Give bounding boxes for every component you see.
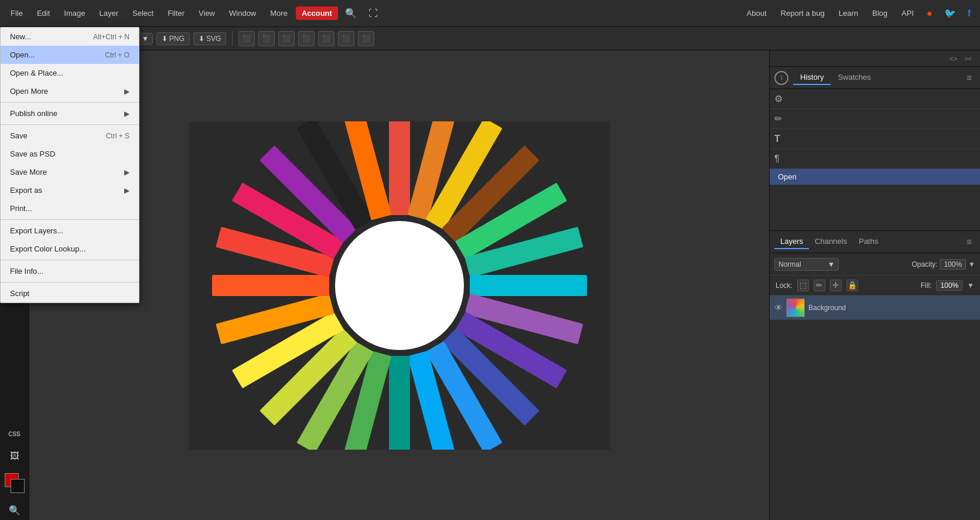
color-picker[interactable] [5,473,25,493]
text-T-icon[interactable]: T [774,134,780,144]
file-dropdown-menu: New... Alt+Ctrl + N Open... Ctrl + O Ope… [0,27,139,303]
align-left-btn[interactable]: ⬛ [238,31,255,46]
align-right-btn[interactable]: ⬛ [278,31,295,46]
divider-5 [1,282,139,283]
align-center-btn[interactable]: ⬛ [258,31,275,46]
panel-menu-icon[interactable]: ≡ [963,72,975,84]
file-open-more-arrow: ▶ [124,87,129,96]
svg-rect-1 [389,121,410,215]
export-svg-button[interactable]: ⬇ SVG [193,32,226,45]
fullscreen-icon[interactable]: ⛶ [364,6,383,21]
file-menu-print[interactable]: Print... [1,199,139,217]
menu-window[interactable]: Window [223,6,262,20]
history-header: i History Swatches ≡ [770,67,980,89]
file-save-more-arrow: ▶ [124,168,129,176]
lock-row: Lock: ⬚ ✏ ✛ 🔒 Fill: 100% ▼ [770,276,980,295]
menu-more[interactable]: More [264,6,293,20]
opacity-label: Opacity: [911,260,937,269]
opacity-row: Opacity: 100% ▼ [911,259,975,270]
opacity-arrow[interactable]: ▼ [968,260,975,269]
file-menu-save-more[interactable]: Save More ▶ [1,163,139,181]
tab-swatches[interactable]: Swatches [831,70,877,85]
menu-account[interactable]: Account [296,6,338,20]
tool-zoom[interactable]: 🔍 [5,500,25,520]
layer-visibility-icon[interactable]: 👁 [774,303,783,312]
adjust-icon[interactable]: ⚙ [774,93,783,104]
para-icon[interactable]: ¶ [774,154,780,164]
divider-4 [1,260,139,260]
menu-about[interactable]: About [741,6,773,20]
menu-image[interactable]: Image [58,6,91,20]
lock-all-btn[interactable]: 🔒 [846,280,858,291]
file-menu-file-info[interactable]: File Info... [1,262,139,280]
menu-select[interactable]: Select [127,6,159,20]
file-menu-publish[interactable]: Publish online ▶ [1,104,139,123]
file-menu-open-place[interactable]: Open & Place... [1,64,139,82]
align-bottom-btn[interactable]: ⬛ [338,31,354,46]
panel-control-row: <> >< [770,50,980,67]
search-icon[interactable]: 🔍 [340,5,361,21]
svg-label: SVG [206,35,221,43]
blend-mode-value: Normal [778,260,801,269]
file-menu-save[interactable]: Save Ctrl + S [1,127,139,145]
file-menu-export-color[interactable]: Export Color Lookup... [1,240,139,258]
file-menu-script[interactable]: Script [1,284,139,303]
file-save-more-label: Save More [10,168,124,176]
adjust-icon-row: ⚙ [770,89,980,109]
blend-mode-dropdown[interactable]: Normal ▼ [774,258,839,271]
tab-paths[interactable]: Paths [853,234,884,249]
download-png-icon: ⬇ [162,35,168,43]
layers-controls: Normal ▼ Opacity: 100% ▼ [770,253,980,276]
svg-rect-7 [470,275,587,296]
blend-arrow: ▼ [828,260,835,269]
history-item-open[interactable]: Open [770,169,980,185]
file-menu-open-more[interactable]: Open More ▶ [1,82,139,100]
twitter-icon[interactable]: 🐦 [940,5,961,21]
file-menu-open[interactable]: Open... Ctrl + O [1,46,139,64]
facebook-icon[interactable]: f [963,6,975,21]
tab-layers[interactable]: Layers [774,234,809,249]
layers-menu-icon[interactable]: ≡ [963,236,975,249]
file-menu-export[interactable]: Export as ▶ [1,181,139,199]
file-menu-export-layers[interactable]: Export Layers... [1,222,139,240]
file-export-color-label: Export Color Lookup... [10,244,129,253]
canvas-area [29,50,769,520]
background-color[interactable] [11,479,25,493]
lock-position-btn[interactable]: ✛ [830,280,842,291]
layer-background[interactable]: 👁 Background [770,295,980,320]
expand-btn[interactable]: >< [961,54,975,63]
fill-arrow[interactable]: ▼ [967,281,974,290]
pencils-svg [189,121,610,450]
reddit-icon[interactable]: ● [922,6,937,21]
lock-transparent-btn[interactable]: ⬚ [797,280,809,291]
collapse-btn[interactable]: <> [946,54,961,63]
lock-image-btn[interactable]: ✏ [814,280,825,291]
menu-bug[interactable]: Report a bug [775,6,831,20]
menu-layer[interactable]: Layer [94,6,125,20]
align-middle-btn[interactable]: ⬛ [318,31,334,46]
align-top-btn[interactable]: ⬛ [298,31,315,46]
tab-history[interactable]: History [793,70,831,85]
menu-blog[interactable]: Blog [866,6,893,20]
file-menu-new[interactable]: New... Alt+Ctrl + N [1,28,139,46]
layer-list: 👁 Background [770,295,980,520]
info-icon[interactable]: i [774,71,788,85]
file-new-shortcut: Alt+Ctrl + N [93,33,129,41]
menu-learn[interactable]: Learn [833,6,864,20]
canvas-inner [189,121,610,450]
fill-value[interactable]: 100% [936,280,962,291]
menu-filter[interactable]: Filter [162,6,190,20]
distribute-h-btn[interactable]: ⬛ [358,31,374,46]
tool-image[interactable]: 🖼 [5,446,25,466]
opacity-value[interactable]: 100% [940,259,966,270]
para-icon-row: ¶ [770,149,980,169]
menu-view[interactable]: View [193,6,221,20]
menu-api[interactable]: API [896,6,920,20]
menu-edit[interactable]: Edit [31,6,56,20]
tab-channels[interactable]: Channels [809,234,853,249]
tool-css[interactable]: CSS [5,424,25,444]
export-png-button[interactable]: ⬇ PNG [156,32,190,45]
pen-icon[interactable]: ✏ [774,113,782,124]
menu-file[interactable]: File [5,6,29,20]
file-menu-save-psd[interactable]: Save as PSD [1,145,139,163]
